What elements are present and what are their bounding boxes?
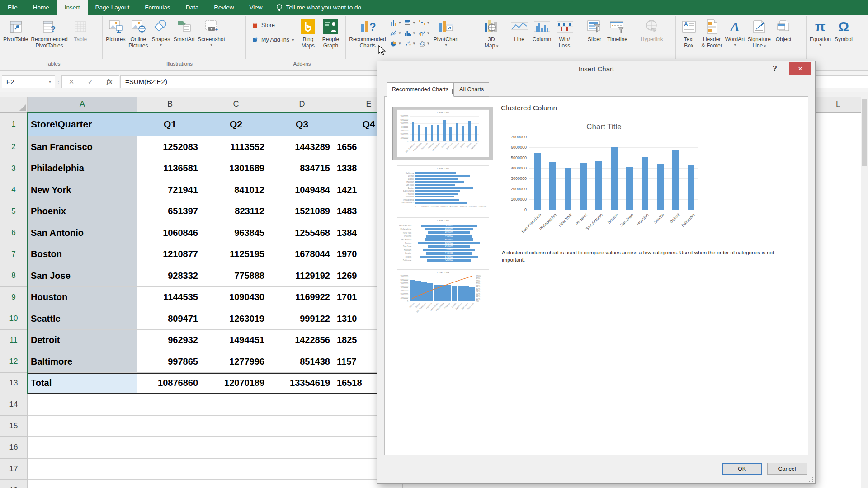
insert-column-chart-button[interactable]: ▾ (390, 19, 401, 27)
row-header-5[interactable]: 5 (0, 201, 28, 223)
row-header-11[interactable]: 11 (0, 330, 28, 352)
cell-B18[interactable] (137, 480, 203, 488)
row-header-10[interactable]: 10 (0, 308, 28, 330)
store-button[interactable]: Store (251, 19, 294, 31)
row-header-16[interactable]: 16 (0, 437, 28, 459)
row-header-13[interactable]: 13 (0, 373, 28, 394)
pivottable-button[interactable]: PivotTable (2, 16, 29, 42)
signature-line-button[interactable]: Signature Line ▾ (746, 16, 772, 49)
cell-B5[interactable]: 651397 (137, 201, 203, 223)
cell-B16[interactable] (137, 437, 203, 459)
cell-B10[interactable]: 809471 (137, 308, 203, 330)
cell-B13[interactable]: 10876860 (137, 373, 203, 394)
cell-D3[interactable]: 834715 (269, 158, 335, 180)
thumbnail-clustered-column-selected[interactable]: Chart Title70000006000000500000040000003… (392, 107, 493, 160)
scrollbar-thumb[interactable] (862, 99, 867, 166)
cell-D15[interactable] (269, 416, 335, 437)
cell-D17[interactable] (269, 459, 335, 480)
cell-C7[interactable]: 1125195 (203, 244, 269, 266)
cell-A5[interactable]: Phoenix (28, 201, 137, 223)
cell-D16[interactable] (269, 437, 335, 459)
screenshot-button[interactable]: + Screenshot ▾ (196, 16, 226, 47)
cell-C1[interactable]: Q2 (203, 113, 269, 136)
symbol-button[interactable]: Ω Symbol (832, 16, 855, 42)
cell-B8[interactable]: 928332 (137, 265, 203, 287)
cell-B15[interactable] (137, 416, 203, 437)
cell-D1[interactable]: Q3 (269, 113, 335, 136)
cell-D2[interactable]: 1443289 (269, 136, 335, 158)
cell-C12[interactable]: 1277996 (203, 351, 269, 373)
text-box-button[interactable]: A Text Box (678, 16, 700, 49)
column-header-B[interactable]: B (137, 97, 203, 113)
tab-home[interactable]: Home (25, 0, 57, 15)
cell-A17[interactable] (28, 459, 137, 480)
cell-A4[interactable]: New York (28, 179, 137, 201)
row-header-1[interactable]: 1 (0, 113, 28, 136)
cell-C4[interactable]: 841012 (203, 179, 269, 201)
insert-pie-chart-button[interactable]: ▾ (390, 39, 401, 47)
tab-data[interactable]: Data (178, 0, 207, 15)
cell-A7[interactable]: Boston (28, 244, 137, 266)
cell-B2[interactable]: 1252083 (137, 136, 203, 158)
cell-D7[interactable]: 1678044 (269, 244, 335, 266)
slicer-button[interactable]: Slicer (583, 16, 606, 42)
insert-bar-chart-button[interactable]: ▾ (405, 19, 415, 27)
cell-C6[interactable]: 963845 (203, 222, 269, 244)
cell-C9[interactable]: 1090430 (203, 287, 269, 309)
header-footer-button[interactable]: Header & Footer (700, 16, 724, 49)
cell-B1[interactable]: Q1 (137, 113, 203, 136)
object-button[interactable]: Object (772, 16, 795, 42)
cell-C14[interactable] (203, 394, 269, 416)
cell-B17[interactable] (137, 459, 203, 480)
row-header-9[interactable]: 9 (0, 287, 28, 309)
dialog-help-button[interactable]: ? (770, 65, 780, 73)
column-header-L[interactable]: L (816, 97, 861, 113)
enter-entry-icon[interactable]: ✓ (88, 78, 94, 86)
row-header-3[interactable]: 3 (0, 158, 28, 180)
sparkline-column-button[interactable]: Column (531, 16, 553, 42)
name-box[interactable]: F2 ▾ (2, 75, 55, 88)
cell-A12[interactable]: Baltimore (28, 351, 137, 373)
row-header-17[interactable]: 17 (0, 459, 28, 480)
dialog-title-bar[interactable]: Insert Chart ? ✕ (377, 61, 815, 77)
column-header-A[interactable]: A (28, 97, 137, 113)
cell-C16[interactable] (203, 437, 269, 459)
thumbnail-pareto[interactable]: Chart Title70000006000000500000040000003… (397, 269, 489, 317)
cell-C17[interactable] (203, 459, 269, 480)
cell-A2[interactable]: San Francisco (28, 136, 137, 158)
cell-A3[interactable]: Philadelphia (28, 158, 137, 180)
cell-D18[interactable] (269, 480, 335, 488)
equation-button[interactable]: π Equation ▾ (808, 16, 832, 47)
row-header-15[interactable]: 15 (0, 416, 28, 437)
ok-button[interactable]: OK (722, 463, 762, 475)
cell-A14[interactable] (28, 394, 137, 416)
cell-A18[interactable] (28, 480, 137, 488)
row-header-12[interactable]: 12 (0, 351, 28, 373)
cell-B3[interactable]: 1136581 (137, 158, 203, 180)
row-header-7[interactable]: 7 (0, 244, 28, 266)
cancel-entry-icon[interactable]: ✕ (69, 78, 75, 86)
wordart-button[interactable]: A WordArt ▾ (724, 16, 746, 47)
cell-B7[interactable]: 1210877 (137, 244, 203, 266)
cell-D8[interactable]: 1129192 (269, 265, 335, 287)
smartart-button[interactable]: SmartArt (172, 16, 196, 42)
cell-D11[interactable]: 1422856 (269, 330, 335, 352)
insert-combo-chart-button[interactable]: ▾ (419, 29, 429, 37)
tab-formulas[interactable]: Formulas (137, 0, 178, 15)
cell-C8[interactable]: 775888 (203, 265, 269, 287)
row-header-8[interactable]: 8 (0, 265, 28, 287)
dialog-close-button[interactable]: ✕ (789, 62, 811, 75)
cell-B6[interactable]: 1060846 (137, 222, 203, 244)
cell-D9[interactable]: 1169922 (269, 287, 335, 309)
insert-scatter-chart-button[interactable]: ▾ (405, 39, 415, 47)
cell-A6[interactable]: San Antonio (28, 222, 137, 244)
shapes-button[interactable]: Shapes ▾ (150, 16, 172, 47)
tab-recommended-charts[interactable]: Recommended Charts (387, 82, 454, 97)
threed-map-button[interactable]: 3D Map ▾ (480, 16, 503, 49)
cell-D4[interactable]: 1049484 (269, 179, 335, 201)
row-header-14[interactable]: 14 (0, 394, 28, 416)
cell-B12[interactable]: 997865 (137, 351, 203, 373)
vertical-scrollbar[interactable] (861, 97, 868, 488)
cell-C13[interactable]: 12070189 (203, 373, 269, 394)
cancel-button[interactable]: Cancel (767, 463, 807, 475)
